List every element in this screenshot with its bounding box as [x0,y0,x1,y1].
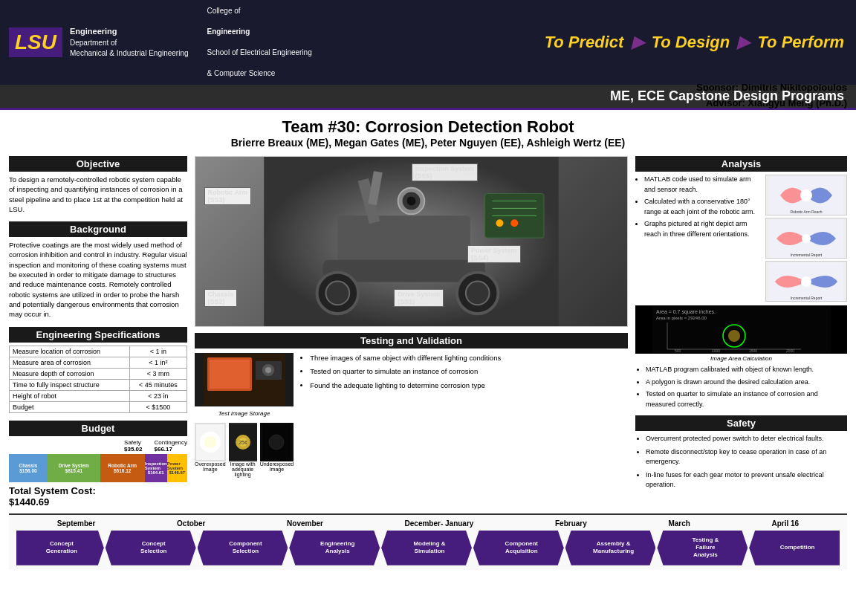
label-drive: Drive System(SS1) [394,289,444,307]
budget-bar-chart: Chassis$156.00 Drive System$815.41 Robot… [9,454,187,482]
underexposed-img [260,423,294,461]
svg-point-6 [466,282,490,305]
spec-value: < 1 in [129,346,187,357]
adequate-label: Image with adequate lighting [229,461,257,477]
step-component-acq: ComponentAcquisition [473,531,564,565]
tagline-design: To Design [652,33,730,51]
overexposed-label: Overexposed Image [195,461,226,472]
tagline-predict: To Predict [545,33,624,51]
step-component-sel: ComponentSelection [198,531,288,565]
objective-header: Objective [9,156,187,172]
underexposed-label: Underexposed Image [260,461,294,472]
spec-value: < 23 in [129,390,187,401]
analysis2-bullet-3: Tested on quarter to simulate an instanc… [646,389,847,409]
tagline-perform: To Perform [757,33,844,51]
robot-image: Inspection System(SS5) Robotic Arm(SS3) … [195,157,627,326]
spec-label: Measure area of corrosion [10,357,130,368]
svg-point-37 [802,234,811,243]
total-cost: Total System Cost: $1440.69 [9,485,187,508]
analysis-content: MATLAB code used to simulate arm and sen… [635,175,847,302]
step-assembly: Assembly &Manufacturing [565,531,656,565]
graph-2: Incremental Report [765,218,847,259]
adequate-svg: 25¢ [229,424,257,460]
tv-content: Test Image Storage Overexposed Image [195,353,628,477]
background-header: Background [9,221,187,237]
background-body: Protective coatings are the most widely … [9,240,187,319]
analysis-bullet-2: Calculated with a conservative 180° rang… [644,197,761,217]
svg-text:Robotic Arm Reach: Robotic Arm Reach [790,210,822,214]
arrow2: ▶ [737,33,750,51]
svg-point-4 [326,282,350,305]
svg-text:500: 500 [675,348,681,353]
spec-label: Measure depth of corrosion [10,368,130,379]
contingency-label: Contingency$66.17 [155,439,187,453]
area-calc-label: Image Area Calculation [635,355,847,362]
analysis-header: Analysis [635,156,847,172]
svg-point-23 [265,367,271,373]
analysis2-bullet-1: MATLAB program calibrated with object of… [646,365,847,375]
safety-bullet-2: Remote disconnect/stop key to cease oper… [646,447,847,467]
spec-row: Measure location of corrosion< 1 in [10,346,187,357]
header-tagline: To Predict ▶ To Design ▶ To Perform [321,0,856,85]
bar-robotic: Robotic Arm$616.12 [100,454,145,482]
month-mar: March [668,519,690,528]
tagline-text: To Predict ▶ To Design ▶ To Perform [545,33,844,52]
month-feb: February [555,519,587,528]
specs-table: Measure location of corrosion< 1 inMeasu… [9,346,187,413]
spec-value: < 45 minutes [129,379,187,390]
bar-drive: Drive System$815.41 [48,454,100,482]
tv-bullet-2: Tested on quarter to simulate an instanc… [310,366,628,377]
graph-3: Incremental Report [765,261,847,302]
spec-row: Time to fully inspect structure< 45 minu… [10,379,187,390]
month-apr: April 16 [771,519,799,528]
svg-point-14 [510,219,518,227]
storage-img-svg [204,354,285,406]
content-area: Objective To design a remotely-controlle… [9,156,847,508]
timeline-steps: ConceptGeneration ConceptSelection Compo… [16,531,840,565]
robot-image-box: Inspection System(SS5) Robotic Arm(SS3) … [195,156,628,327]
label-inspection: Inspection System(SS5) [412,163,479,181]
step-eng-analysis: EngineeringAnalysis [289,531,380,565]
lsu-logo: LSU [9,27,62,57]
test-main-image [195,353,294,406]
right-column: Analysis MATLAB code used to simulate ar… [635,156,847,508]
header-left: LSU Engineering Department of Mechanical… [0,0,321,85]
svg-text:Incremental Report: Incremental Report [791,253,823,257]
test-img-row: Overexposed Image 25¢ [195,423,294,477]
svg-point-17 [407,197,416,206]
college1-text: Engineering Department of Mechanical & I… [70,26,189,58]
bar-chassis: Chassis$156.00 [9,454,48,482]
poster-title-area: Sponsor: Dimitris Nikitopoloulos Advisor… [9,117,847,149]
month-oct: October [177,519,205,528]
label-chassis: Chassis(SS2) [204,289,238,307]
spec-value: < $1500 [129,401,187,412]
spec-row: Height of robot< 23 in [10,390,187,401]
college2-text: College of Engineering School of Electri… [207,6,312,79]
team-title: Team #30: Corrosion Detection Robot [9,117,847,137]
budget-header: Budget [9,421,187,436]
spec-label: Budget [10,401,130,412]
month-dec-jan: December- January [405,519,474,528]
safety-body: Overcurrent protected power switch to de… [635,434,847,490]
bar-inspection: Inspection System$164.61 [145,454,167,482]
specs-header: Engineering Specifications [9,327,187,343]
analysis-bullet-1: MATLAB code used to simulate arm and sen… [644,175,761,195]
step-concept-gen: ConceptGeneration [16,531,104,565]
team-members: Brierre Breaux (ME), Megan Gates (ME), P… [9,137,847,149]
spec-label: Measure location of corrosion [10,346,130,357]
svg-text:25¢: 25¢ [239,440,247,445]
month-sep: September [57,519,96,528]
step-modeling: Modeling &Simulation [381,531,472,565]
analysis-bullets-2: MATLAB program calibrated with object of… [635,365,847,409]
tv-bullets: Three images of same object with differe… [299,353,628,477]
svg-point-26 [204,436,216,448]
middle-column: Inspection System(SS5) Robotic Arm(SS3) … [195,156,628,508]
objective-body: To design a remotely-controlled robotic … [9,175,187,214]
svg-text:1500: 1500 [749,348,757,353]
spec-label: Time to fully inspect structure [10,379,130,390]
safety-label: Safety$35.02 [124,439,142,453]
spec-value: < 3 mm [129,368,187,379]
label-robotic: Robotic Arm(SS3) [204,187,252,205]
tv-header: Testing and Validation [195,333,628,348]
analysis-bullets: MATLAB code used to simulate arm and sen… [635,175,761,302]
